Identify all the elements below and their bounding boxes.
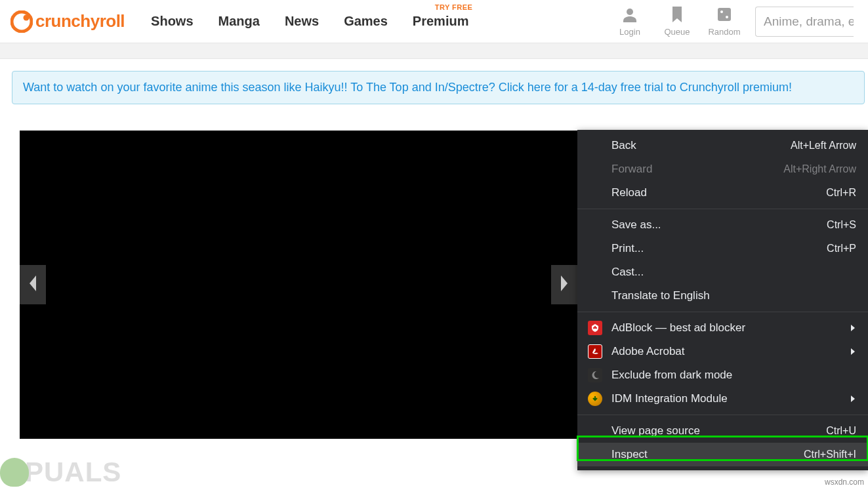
ctx-print[interactable]: Print... Ctrl+P [577, 237, 868, 260]
ctx-inspect-label: Inspect [611, 448, 648, 461]
ctx-adblock-label: AdBlock — best ad blocker [611, 321, 745, 335]
carousel-prev-button[interactable] [20, 265, 46, 304]
queue-label: Queue [664, 27, 690, 37]
submenu-arrow-icon [851, 348, 855, 355]
svg-point-4 [720, 10, 723, 13]
source-credit: wsxdn.com [825, 478, 864, 487]
ctx-save-as[interactable]: Save as... Ctrl+S [577, 213, 868, 237]
ctx-reload-shortcut: Ctrl+R [826, 187, 856, 199]
ctx-forward: Forward Alt+Right Arrow [577, 157, 868, 181]
chevron-left-icon [27, 274, 39, 295]
watermark-mascot-icon [0, 458, 29, 487]
video-player[interactable] [20, 131, 577, 439]
svg-point-0 [12, 12, 31, 31]
adblock-icon [588, 321, 602, 335]
ctx-back[interactable]: Back Alt+Left Arrow [577, 134, 868, 157]
random-label: Random [708, 27, 740, 37]
ctx-view-source-label: View page source [611, 424, 700, 437]
user-icon [622, 7, 638, 24]
svg-rect-7 [593, 327, 597, 329]
submenu-arrow-icon [851, 325, 855, 331]
ctx-inspect-shortcut: Ctrl+Shift+I [804, 449, 856, 460]
queue-button[interactable]: Queue [661, 7, 693, 37]
svg-point-5 [726, 16, 728, 18]
crunchyroll-logo-icon [10, 10, 33, 33]
ctx-idm[interactable]: IDM Integration Module [577, 387, 868, 411]
ctx-translate-label: Translate to English [611, 289, 710, 302]
dice-icon [716, 7, 732, 24]
bookmark-icon [671, 7, 684, 24]
try-free-badge: TRY FREE [435, 3, 473, 11]
ctx-view-source-shortcut: Ctrl+U [826, 425, 856, 437]
ctx-separator [577, 209, 868, 209]
ctx-back-label: Back [611, 139, 636, 152]
ctx-darkmode-label: Exclude from dark mode [611, 369, 732, 382]
ctx-reload[interactable]: Reload Ctrl+R [577, 181, 868, 205]
ctx-print-shortcut: Ctrl+P [827, 243, 856, 254]
ctx-reload-label: Reload [611, 186, 647, 199]
ctx-darkmode[interactable]: Exclude from dark mode [577, 363, 868, 387]
promo-banner[interactable]: Want to watch on your favorite anime thi… [12, 71, 865, 104]
idm-icon [588, 392, 602, 406]
logo-text: crunchyroll [35, 11, 125, 31]
logo[interactable]: crunchyroll [10, 10, 125, 33]
login-label: Login [619, 27, 640, 37]
chevron-right-icon [558, 274, 570, 295]
header-actions: Login Queue Random Anime, drama, e [613, 7, 854, 37]
nav-premium-label: Premium [413, 14, 469, 28]
random-button[interactable]: Random [708, 7, 741, 37]
search-input[interactable]: Anime, drama, e [755, 7, 854, 37]
ctx-acrobat[interactable]: Adobe Acrobat [577, 340, 868, 363]
search-placeholder: Anime, drama, e [764, 14, 854, 29]
nav-manga[interactable]: Manga [218, 14, 260, 29]
ctx-translate[interactable]: Translate to English [577, 284, 868, 308]
svg-point-2 [627, 9, 633, 15]
nav-shows[interactable]: Shows [151, 14, 193, 29]
submenu-arrow-icon [851, 396, 855, 402]
watermark: PUALS [0, 457, 121, 488]
promo-banner-text: Want to watch on your favorite anime thi… [23, 81, 792, 94]
ctx-back-shortcut: Alt+Left Arrow [791, 140, 856, 152]
ctx-cast[interactable]: Cast... [577, 260, 868, 284]
site-header: crunchyroll Shows Manga News Games Premi… [0, 0, 868, 43]
nav-premium[interactable]: Premium TRY FREE [413, 14, 469, 29]
header-substrip [0, 43, 868, 59]
ctx-idm-label: IDM Integration Module [611, 392, 728, 405]
acrobat-icon [588, 344, 602, 359]
carousel-next-button[interactable] [551, 265, 577, 304]
nav-games[interactable]: Games [344, 14, 388, 29]
ctx-inspect[interactable]: Inspect Ctrl+Shift+I [577, 443, 868, 466]
ctx-print-label: Print... [611, 242, 644, 255]
watermark-text: PUALS [25, 457, 121, 488]
svg-rect-3 [718, 8, 731, 21]
moon-icon [588, 368, 602, 382]
ctx-separator [577, 415, 868, 415]
ctx-forward-label: Forward [611, 163, 652, 176]
ctx-save-as-shortcut: Ctrl+S [827, 219, 856, 231]
login-button[interactable]: Login [613, 7, 646, 37]
context-menu: Back Alt+Left Arrow Forward Alt+Right Ar… [577, 130, 868, 470]
ctx-adblock[interactable]: AdBlock — best ad blocker [577, 316, 868, 340]
ctx-forward-shortcut: Alt+Right Arrow [783, 163, 856, 175]
nav-news[interactable]: News [285, 14, 319, 29]
ctx-save-as-label: Save as... [611, 218, 661, 232]
svg-point-1 [24, 14, 30, 20]
ctx-cast-label: Cast... [611, 266, 644, 279]
ctx-acrobat-label: Adobe Acrobat [611, 345, 685, 358]
ctx-separator [577, 312, 868, 312]
main-nav: Shows Manga News Games Premium TRY FREE [151, 14, 613, 29]
ctx-view-source[interactable]: View page source Ctrl+U [577, 419, 868, 443]
